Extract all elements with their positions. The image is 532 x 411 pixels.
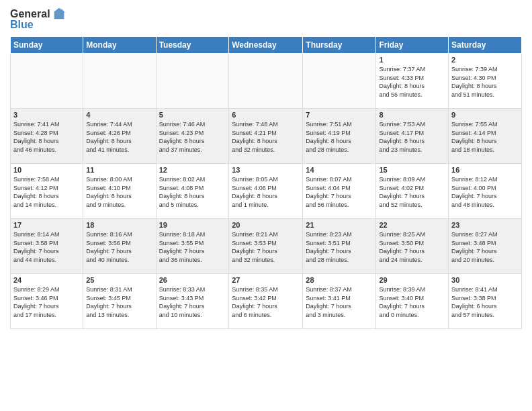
day-number: 15 [379,166,445,174]
header-thursday: Thursday [303,37,376,54]
day-info: Sunrise: 7:58 AMSunset: 4:12 PMDaylight:… [13,175,80,209]
day-number: 16 [451,166,519,174]
day-info: Sunrise: 8:12 AMSunset: 4:00 PMDaylight:… [451,175,519,209]
day-info: Sunrise: 8:37 AMSunset: 3:41 PMDaylight:… [306,285,373,319]
day-number: 28 [306,276,373,284]
calendar-cell: 17Sunrise: 8:14 AMSunset: 3:58 PMDayligh… [11,219,83,274]
calendar-cell [303,54,376,109]
week-row-2: 3Sunrise: 7:41 AMSunset: 4:28 PMDaylight… [11,109,522,164]
calendar-cell: 28Sunrise: 8:37 AMSunset: 3:41 PMDayligh… [303,274,376,329]
day-info: Sunrise: 8:14 AMSunset: 3:58 PMDaylight:… [13,230,80,264]
day-info: Sunrise: 8:16 AMSunset: 3:56 PMDaylight:… [86,230,152,264]
header-sunday: Sunday [11,37,83,54]
day-number: 26 [159,276,226,284]
calendar-cell: 9Sunrise: 7:55 AMSunset: 4:14 PMDaylight… [449,109,522,164]
calendar-cell: 25Sunrise: 8:31 AMSunset: 3:45 PMDayligh… [83,274,156,329]
day-info: Sunrise: 8:21 AMSunset: 3:53 PMDaylight:… [232,230,300,264]
days-of-week-row: SundayMondayTuesdayWednesdayThursdayFrid… [11,37,522,54]
day-number: 14 [306,166,373,174]
day-info: Sunrise: 8:02 AMSunset: 4:08 PMDaylight:… [159,175,226,209]
day-info: Sunrise: 8:33 AMSunset: 3:43 PMDaylight:… [159,285,226,319]
day-info: Sunrise: 8:05 AMSunset: 4:06 PMDaylight:… [232,175,300,209]
day-info: Sunrise: 8:07 AMSunset: 4:04 PMDaylight:… [306,175,373,209]
calendar-cell: 6Sunrise: 7:48 AMSunset: 4:21 PMDaylight… [229,109,303,164]
day-info: Sunrise: 7:39 AMSunset: 4:30 PMDaylight:… [451,65,519,99]
day-number: 23 [451,221,519,229]
calendar-table: SundayMondayTuesdayWednesdayThursdayFrid… [10,36,522,329]
calendar-body: 1Sunrise: 7:37 AMSunset: 4:33 PMDaylight… [11,54,522,329]
calendar-cell [229,54,303,109]
day-number: 13 [232,166,300,174]
week-row-1: 1Sunrise: 7:37 AMSunset: 4:33 PMDaylight… [11,54,522,109]
day-number: 10 [13,166,80,174]
day-info: Sunrise: 7:53 AMSunset: 4:17 PMDaylight:… [379,120,445,154]
calendar-cell: 29Sunrise: 8:39 AMSunset: 3:40 PMDayligh… [376,274,449,329]
calendar-cell: 12Sunrise: 8:02 AMSunset: 4:08 PMDayligh… [156,164,229,219]
calendar-cell: 1Sunrise: 7:37 AMSunset: 4:33 PMDaylight… [376,54,449,109]
day-number: 29 [379,276,445,284]
calendar-cell: 15Sunrise: 8:09 AMSunset: 4:02 PMDayligh… [376,164,449,219]
calendar-cell: 10Sunrise: 7:58 AMSunset: 4:12 PMDayligh… [11,164,83,219]
calendar-cell: 21Sunrise: 8:23 AMSunset: 3:51 PMDayligh… [303,219,376,274]
calendar-cell: 19Sunrise: 8:18 AMSunset: 3:55 PMDayligh… [156,219,229,274]
day-number: 3 [13,111,80,119]
calendar-cell: 24Sunrise: 8:29 AMSunset: 3:46 PMDayligh… [11,274,83,329]
day-number: 18 [86,221,152,229]
day-number: 21 [306,221,373,229]
day-info: Sunrise: 7:44 AMSunset: 4:26 PMDaylight:… [86,120,152,154]
calendar-cell [83,54,156,109]
header-friday: Friday [376,37,449,54]
day-number: 12 [159,166,226,174]
day-info: Sunrise: 8:18 AMSunset: 3:55 PMDaylight:… [159,230,226,264]
calendar-cell: 7Sunrise: 7:51 AMSunset: 4:19 PMDaylight… [303,109,376,164]
calendar-header: SundayMondayTuesdayWednesdayThursdayFrid… [11,37,522,54]
day-number: 20 [232,221,300,229]
day-info: Sunrise: 7:51 AMSunset: 4:19 PMDaylight:… [306,120,373,154]
day-number: 25 [86,276,152,284]
calendar-cell: 5Sunrise: 7:46 AMSunset: 4:23 PMDaylight… [156,109,229,164]
calendar-cell: 22Sunrise: 8:25 AMSunset: 3:50 PMDayligh… [376,219,449,274]
calendar-cell [156,54,229,109]
day-number: 24 [13,276,80,284]
page-header: General Blue [10,7,522,31]
day-number: 2 [451,56,519,64]
calendar-cell: 8Sunrise: 7:53 AMSunset: 4:17 PMDaylight… [376,109,449,164]
logo-blue-text: Blue [10,19,34,31]
calendar-cell: 20Sunrise: 8:21 AMSunset: 3:53 PMDayligh… [229,219,303,274]
calendar-cell: 27Sunrise: 8:35 AMSunset: 3:42 PMDayligh… [229,274,303,329]
day-info: Sunrise: 7:46 AMSunset: 4:23 PMDaylight:… [159,120,226,154]
day-info: Sunrise: 8:00 AMSunset: 4:10 PMDaylight:… [86,175,152,209]
calendar-cell: 2Sunrise: 7:39 AMSunset: 4:30 PMDaylight… [449,54,522,109]
day-number: 19 [159,221,226,229]
day-number: 4 [86,111,152,119]
day-number: 8 [379,111,445,119]
logo: General Blue [10,7,66,31]
day-number: 11 [86,166,152,174]
calendar-cell: 16Sunrise: 8:12 AMSunset: 4:00 PMDayligh… [449,164,522,219]
logo-icon [52,7,66,21]
header-tuesday: Tuesday [156,37,229,54]
day-number: 30 [451,276,519,284]
calendar-cell: 26Sunrise: 8:33 AMSunset: 3:43 PMDayligh… [156,274,229,329]
calendar-cell: 14Sunrise: 8:07 AMSunset: 4:04 PMDayligh… [303,164,376,219]
day-number: 22 [379,221,445,229]
day-info: Sunrise: 7:37 AMSunset: 4:33 PMDaylight:… [379,65,445,99]
day-number: 9 [451,111,519,119]
calendar-cell: 23Sunrise: 8:27 AMSunset: 3:48 PMDayligh… [449,219,522,274]
week-row-4: 17Sunrise: 8:14 AMSunset: 3:58 PMDayligh… [11,219,522,274]
day-info: Sunrise: 8:27 AMSunset: 3:48 PMDaylight:… [451,230,519,264]
day-info: Sunrise: 8:35 AMSunset: 3:42 PMDaylight:… [232,285,300,319]
calendar-cell: 11Sunrise: 8:00 AMSunset: 4:10 PMDayligh… [83,164,156,219]
day-info: Sunrise: 8:29 AMSunset: 3:46 PMDaylight:… [13,285,80,319]
page-container: General Blue SundayMondayTuesdayWednesda… [0,0,532,411]
day-info: Sunrise: 7:55 AMSunset: 4:14 PMDaylight:… [451,120,519,154]
day-number: 17 [13,221,80,229]
header-wednesday: Wednesday [229,37,303,54]
day-info: Sunrise: 8:25 AMSunset: 3:50 PMDaylight:… [379,230,445,264]
week-row-5: 24Sunrise: 8:29 AMSunset: 3:46 PMDayligh… [11,274,522,329]
week-row-3: 10Sunrise: 7:58 AMSunset: 4:12 PMDayligh… [11,164,522,219]
day-number: 27 [232,276,300,284]
day-info: Sunrise: 8:39 AMSunset: 3:40 PMDaylight:… [379,285,445,319]
day-number: 6 [232,111,300,119]
day-number: 7 [306,111,373,119]
